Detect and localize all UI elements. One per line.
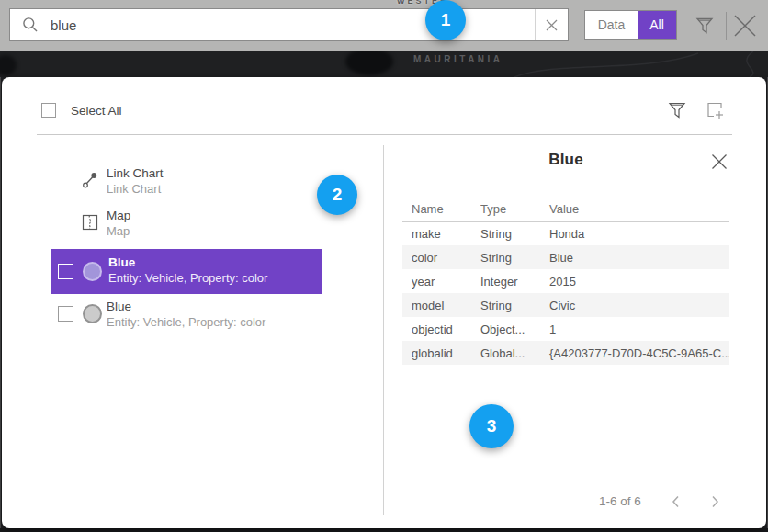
result-title: Blue [107, 300, 131, 313]
cell-value: Civic [540, 293, 729, 317]
cell-name: globalid [402, 341, 471, 365]
result-title: Blue [108, 255, 135, 269]
pagination-prev-icon[interactable] [669, 492, 687, 511]
cell-value: Blue [540, 245, 729, 269]
scope-data-button[interactable]: Data [585, 11, 638, 39]
toolbar-divider [726, 12, 727, 40]
column-header-value: Value [540, 197, 729, 221]
filter-icon[interactable] [695, 15, 715, 37]
table-row: make String Honda [402, 221, 729, 245]
search-results-panel: Select All Link Ch [2, 77, 766, 528]
result-item-blue-selected[interactable]: Blue Entity: Vehicle, Property: color [51, 249, 322, 294]
map-icon [81, 213, 99, 232]
table-row: color String Blue [402, 245, 729, 269]
cell-value: {A4203777-D70D-4C5C-9A65-C... [540, 341, 729, 365]
entity-circle-icon [83, 304, 102, 323]
column-header-type: Type [471, 197, 540, 221]
callout-badge-3: 3 [469, 404, 514, 448]
pagination-next-icon[interactable] [707, 492, 726, 511]
cell-type: String [471, 293, 540, 317]
detail-title: Blue [402, 151, 729, 169]
callout-badge-2: 2 [317, 175, 357, 215]
cell-name: color [402, 245, 471, 269]
list-detail-divider [383, 145, 384, 515]
cell-name: year [402, 269, 471, 293]
entity-circle-icon [83, 262, 102, 281]
cell-name: objectid [402, 317, 471, 341]
map-label-mauritania: MAURITANIA [413, 54, 503, 64]
table-row: model String Civic [402, 293, 729, 317]
pagination-range-label: 1-6 of 6 [599, 494, 641, 508]
table-row: objectid Object... 1 [402, 317, 729, 341]
select-all-label: Select All [71, 104, 122, 118]
result-subtitle: Map [107, 224, 130, 238]
table-row: year Integer 2015 [402, 269, 729, 293]
column-header-name: Name [402, 197, 471, 221]
cell-type: String [471, 245, 540, 269]
search-toolbar: WESTER Data All [0, 0, 768, 51]
cell-name: make [402, 221, 471, 245]
result-title: Map [107, 209, 130, 222]
search-icon [10, 17, 51, 33]
link-chart-icon [81, 171, 99, 189]
search-clear-icon[interactable] [535, 9, 568, 40]
result-subtitle: Link Chart [107, 182, 161, 196]
callout-badge-1: 1 [425, 0, 466, 40]
result-item-blue[interactable]: Blue Entity: Vehicle, Property: color [2, 296, 382, 336]
scope-all-button[interactable]: All [638, 11, 676, 39]
cell-value: Honda [540, 221, 729, 245]
panel-header-divider [37, 134, 732, 135]
cell-type: String [471, 221, 540, 245]
attribute-table: Name Type Value make String Honda color … [402, 197, 729, 365]
close-search-icon[interactable] [732, 13, 760, 39]
cell-value: 2015 [540, 269, 729, 293]
cell-value: 1 [540, 317, 729, 341]
map-background-bottom [0, 528, 768, 532]
detail-close-icon[interactable] [711, 151, 735, 173]
result-item-map[interactable]: Map Map [2, 208, 382, 244]
map-border-lines [0, 51, 768, 77]
result-checkbox[interactable] [58, 264, 73, 279]
table-header-row: Name Type Value [402, 197, 729, 221]
result-subtitle: Entity: Vehicle, Property: color [108, 271, 267, 285]
result-checkbox[interactable] [58, 306, 73, 322]
cell-type: Integer [471, 269, 540, 293]
cell-type: Object... [471, 317, 540, 341]
result-title: Link Chart [107, 166, 164, 180]
add-to-selection-icon[interactable] [704, 99, 726, 121]
results-filter-icon[interactable] [667, 99, 687, 121]
search-box [9, 8, 569, 41]
cell-type: Global... [471, 341, 540, 365]
map-background-top: MAURITANIA [0, 51, 768, 77]
cell-name: model [402, 293, 471, 317]
search-scope-toggle: Data All [584, 10, 677, 40]
result-subtitle: Entity: Vehicle, Property: color [107, 315, 265, 329]
table-row: globalid Global... {A4203777-D70D-4C5C-9… [402, 341, 729, 365]
app-window: MAURITANIA WESTER Data All [0, 0, 768, 532]
select-all-checkbox[interactable] [41, 103, 56, 118]
